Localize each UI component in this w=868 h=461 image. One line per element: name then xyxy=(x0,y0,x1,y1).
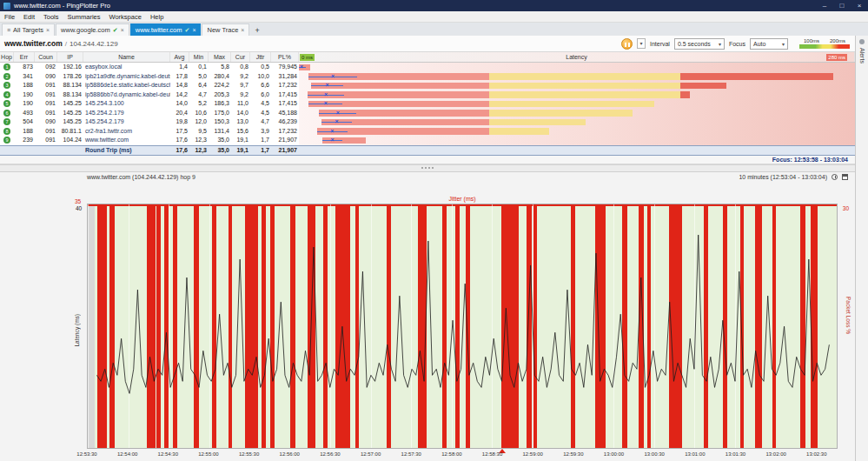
close-button[interactable]: × xyxy=(851,0,868,11)
cur-cell: 0,8 xyxy=(231,63,250,72)
tab-close-icon[interactable]: × xyxy=(241,27,244,33)
avg-cell: 1,4 xyxy=(170,63,189,72)
latency-max-tick: 40 xyxy=(76,205,82,211)
max-cell: 175,0 xyxy=(209,109,231,118)
min-cell: 5,2 xyxy=(189,99,209,109)
interval-select[interactable]: 0.5 seconds ▾ xyxy=(674,38,725,50)
avg-cell: 14,0 xyxy=(170,99,189,109)
max-cell: 224,2 xyxy=(209,81,231,90)
hop-number: 2 xyxy=(3,73,10,80)
interval-label: Interval xyxy=(650,41,670,47)
err-cell: 493 xyxy=(14,109,35,118)
time-axis[interactable]: 12:53:3012:54:0012:54:3012:55:0012:55:30… xyxy=(87,449,838,461)
table-row[interactable]: 4 190 091 88.134 ip5886bb7d.dynamic.kabe… xyxy=(0,90,855,100)
chevron-down-icon: ▾ xyxy=(782,41,785,47)
timeline-panel: www.twitter.com (104.244.42.129) hop 9 1… xyxy=(0,172,855,461)
menu-file[interactable]: File xyxy=(0,13,19,21)
col-jitter[interactable]: Jttr xyxy=(250,52,271,62)
col-pl[interactable]: PL% xyxy=(271,52,299,62)
focus-select[interactable]: Auto ▾ xyxy=(750,38,788,50)
col-latency[interactable]: 0 ms Latency 280 ms xyxy=(299,52,855,62)
col-name[interactable]: Name xyxy=(83,52,170,62)
cur-cell: 9,2 xyxy=(231,90,250,100)
time-tick-label: 12:55:00 xyxy=(198,451,218,457)
ip-cell: 88.134 xyxy=(57,90,83,100)
col-max[interactable]: Max xyxy=(209,52,231,62)
latency-scale-min: 0 ms xyxy=(300,54,315,61)
alerts-icon xyxy=(859,39,865,44)
menu-tools[interactable]: Tools xyxy=(39,13,63,21)
ip-cell: 145.25 xyxy=(57,117,83,127)
menu-summaries[interactable]: Summaries xyxy=(63,13,105,21)
col-cur[interactable]: Cur xyxy=(231,52,250,62)
table-row[interactable]: 6 493 091 145.25 145.254.2.179 20,4 10,6… xyxy=(0,109,855,118)
tab-www-google-com[interactable]: www.google.com ✔ × xyxy=(56,23,129,36)
col-avg[interactable]: Avg xyxy=(170,52,189,62)
err-cell: 873 xyxy=(14,63,35,72)
tab-close-icon[interactable]: × xyxy=(46,27,50,33)
time-tick-label: 12:56:00 xyxy=(280,451,300,457)
clock-icon[interactable] xyxy=(832,174,838,180)
minimize-button[interactable]: – xyxy=(816,0,833,11)
panel-splitter[interactable] xyxy=(0,164,855,172)
timeline-title: www.twitter.com (104.244.42.129) hop 9 xyxy=(87,174,195,180)
time-tick-label: 13:02:30 xyxy=(806,451,826,457)
maximize-button[interactable]: □ xyxy=(833,0,851,11)
timeline-top-gutter: Jitter (ms) 35 xyxy=(0,183,855,204)
pl-cell: 17,415 xyxy=(271,90,299,100)
pause-trace-button[interactable] xyxy=(621,38,633,50)
col-count[interactable]: Coun xyxy=(35,52,57,62)
list-icon: ≡ xyxy=(7,27,10,33)
jitter-cell: 4,5 xyxy=(250,109,271,118)
jitter-axis-label: Jitter (ms) xyxy=(87,196,838,202)
title-bar: www.twitter.com - PingPlotter Pro – □ × xyxy=(0,0,868,11)
name-cell: ipb21a9dfe.dynamic.kabel-deutsch xyxy=(83,72,170,82)
latency-gradient-bar xyxy=(799,44,850,49)
tab-www-twitter-com[interactable]: www.twitter.com ✔ × xyxy=(130,23,202,36)
table-row[interactable]: 5 190 091 145.25 145.254.3.100 14,0 5,2 … xyxy=(0,99,855,109)
timeline-plot[interactable] xyxy=(87,204,838,450)
table-row[interactable]: 3 188 091 88.134 ip5886de1e.static.kabel… xyxy=(0,81,855,90)
menu-help[interactable]: Help xyxy=(146,13,168,21)
max-cell: 5,8 xyxy=(209,63,231,72)
time-tick-label: 13:00:00 xyxy=(604,451,624,457)
col-hop[interactable]: Hop xyxy=(0,52,14,62)
menu-edit[interactable]: Edit xyxy=(19,13,39,21)
table-row[interactable]: 1 873 092 192.16 easybox.local 1,4 0,1 5… xyxy=(0,63,855,72)
table-row[interactable]: 7 504 090 145.25 145.254.2.179 19,8 12,0… xyxy=(0,117,855,127)
max-cell: 35,0 xyxy=(209,136,231,145)
tab-close-icon[interactable]: × xyxy=(192,27,195,33)
trace-options-dropdown[interactable]: ▾ xyxy=(637,38,646,49)
jitter-cell: 3,9 xyxy=(250,127,271,137)
focus-range-text: Focus: 12:53:58 - 13:03:04 xyxy=(772,157,848,163)
latency-cell: × xyxy=(299,136,855,145)
tab-new-trace[interactable]: New Trace × xyxy=(202,23,249,36)
time-tick-label: 12:58:30 xyxy=(482,451,502,457)
name-cell: ip5886de1e.static.kabel-deutschlan xyxy=(83,81,170,90)
jitter-cell: 6,6 xyxy=(250,81,271,90)
table-row[interactable]: 9 239 091 104.24 www.twitter.com 17,6 12… xyxy=(0,136,855,145)
table-row[interactable]: 2 341 090 178.26 ipb21a9dfe.dynamic.kabe… xyxy=(0,72,855,82)
tab-all-targets[interactable]: ≡ All Targets × xyxy=(2,23,55,36)
new-tab-button[interactable]: + xyxy=(250,26,263,36)
count-cell: 091 xyxy=(35,90,57,100)
pl-cell: 21,907 xyxy=(271,136,299,145)
err-cell: 188 xyxy=(14,81,35,90)
tab-close-icon[interactable]: × xyxy=(121,27,124,33)
app-icon xyxy=(3,3,10,10)
scale-settings-icon[interactable] xyxy=(842,174,848,180)
menu-workspace[interactable]: Workspace xyxy=(104,13,145,21)
col-ip[interactable]: IP xyxy=(57,52,83,62)
table-row[interactable]: 8 188 091 80.81.1 cr2-fra1.twttr.com 17,… xyxy=(0,127,855,137)
name-cell: easybox.local xyxy=(83,63,170,72)
time-tick-label: 13:01:30 xyxy=(726,451,745,457)
avg-cell: 17,8 xyxy=(170,72,189,82)
col-err[interactable]: Err xyxy=(14,52,35,62)
alerts-side-panel[interactable]: Alerts xyxy=(855,36,868,461)
col-min[interactable]: Min xyxy=(189,52,209,62)
chevron-down-icon: ▾ xyxy=(719,41,721,47)
tab-bar: ≡ All Targets × www.google.com ✔ × www.t… xyxy=(0,23,868,36)
ip-cell: 145.25 xyxy=(57,109,83,118)
latency-cell: × xyxy=(299,117,855,127)
name-cell: 145.254.2.179 xyxy=(83,109,170,118)
